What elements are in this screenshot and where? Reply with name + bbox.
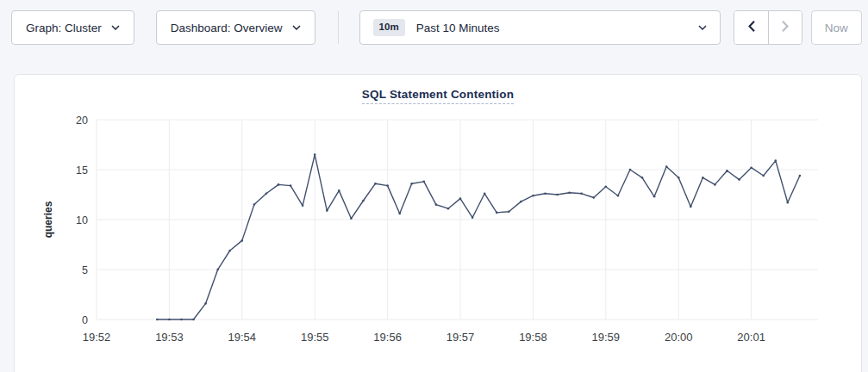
data-point xyxy=(580,193,583,195)
chevron-down-icon xyxy=(111,25,120,30)
time-range-selector[interactable]: 10m Past 10 Minutes xyxy=(359,10,721,45)
data-point xyxy=(653,195,656,198)
data-point xyxy=(593,196,596,199)
data-point xyxy=(787,202,790,204)
data-point xyxy=(617,195,620,197)
data-point xyxy=(568,191,571,194)
next-range-button[interactable] xyxy=(768,11,802,44)
data-point xyxy=(762,175,765,177)
data-point xyxy=(302,205,304,208)
data-point xyxy=(228,250,231,252)
data-point xyxy=(775,159,777,162)
y-tick-label: 5 xyxy=(82,264,88,276)
data-point xyxy=(350,218,353,220)
x-tick-label: 19:57 xyxy=(446,331,475,344)
y-tick-label: 10 xyxy=(76,214,88,226)
data-point xyxy=(459,197,462,200)
x-tick-label: 19:53 xyxy=(155,331,184,344)
dashboard-dropdown-label: Dashboard: Overview xyxy=(171,22,283,34)
chart-card: SQL Statement Contention queries 0510152… xyxy=(14,74,862,372)
x-tick-label: 19:54 xyxy=(228,331,257,344)
prev-range-button[interactable] xyxy=(734,11,768,44)
data-point xyxy=(278,183,280,186)
data-point xyxy=(314,153,316,156)
y-tick-label: 15 xyxy=(76,164,88,177)
data-point xyxy=(738,178,740,181)
series-line xyxy=(157,155,800,319)
data-point xyxy=(665,165,668,168)
time-range-badge: 10m xyxy=(373,19,405,36)
time-range-label: Past 10 Minutes xyxy=(416,22,500,34)
data-point xyxy=(496,212,498,214)
data-point xyxy=(605,185,608,188)
y-tick-label: 20 xyxy=(76,115,88,127)
x-tick-label: 19:52 xyxy=(83,331,111,344)
data-point xyxy=(326,209,328,212)
data-point xyxy=(398,213,401,215)
data-point xyxy=(678,177,680,179)
data-point xyxy=(204,302,207,305)
data-point xyxy=(410,183,413,185)
data-point xyxy=(435,203,438,206)
data-point xyxy=(484,193,486,195)
data-point xyxy=(520,201,522,203)
data-point xyxy=(799,175,802,177)
data-point xyxy=(386,184,389,187)
data-point xyxy=(702,177,704,179)
graph-dropdown-label: Graph: Cluster xyxy=(26,22,102,34)
data-point xyxy=(544,193,546,195)
data-point xyxy=(156,319,159,321)
x-tick-label: 20:00 xyxy=(665,331,693,344)
x-tick-label: 19:59 xyxy=(592,331,621,344)
chevron-right-icon xyxy=(781,20,790,35)
data-point xyxy=(447,208,450,210)
data-point xyxy=(641,177,644,179)
data-point xyxy=(508,210,510,213)
data-point xyxy=(714,183,716,186)
data-point xyxy=(690,206,692,208)
chevron-down-icon xyxy=(292,25,301,30)
data-point xyxy=(241,239,244,242)
data-point xyxy=(423,181,426,183)
data-point xyxy=(338,189,340,192)
x-tick-label: 19:56 xyxy=(373,331,402,344)
data-point xyxy=(532,195,534,197)
chevron-down-icon xyxy=(698,25,707,30)
data-point xyxy=(290,184,292,187)
contention-chart: 0510152019:5219:5319:5419:5519:5619:5719… xyxy=(15,99,863,357)
data-point xyxy=(216,269,219,271)
toolbar: Graph: Cluster Dashboard: Overview 10m P… xyxy=(11,10,862,45)
data-point xyxy=(253,203,256,206)
x-tick-label: 19:58 xyxy=(519,331,547,344)
graph-dropdown[interactable]: Graph: Cluster xyxy=(11,10,134,45)
x-tick-label: 19:55 xyxy=(301,331,329,344)
time-range-pager xyxy=(734,10,802,45)
data-point xyxy=(168,319,171,321)
data-point xyxy=(265,193,268,195)
data-point xyxy=(556,194,559,196)
data-point xyxy=(180,319,183,321)
data-point xyxy=(726,170,728,172)
data-point xyxy=(750,166,752,169)
data-point xyxy=(192,319,195,321)
data-point xyxy=(629,169,632,171)
data-point xyxy=(374,183,377,185)
y-tick-label: 0 xyxy=(82,314,88,326)
x-tick-label: 20:01 xyxy=(737,331,765,344)
dashboard-dropdown[interactable]: Dashboard: Overview xyxy=(156,10,315,45)
chevron-left-icon xyxy=(747,20,756,35)
data-point xyxy=(362,200,365,202)
data-point xyxy=(471,216,474,219)
toolbar-divider xyxy=(338,11,339,44)
now-button[interactable]: Now xyxy=(811,10,862,45)
